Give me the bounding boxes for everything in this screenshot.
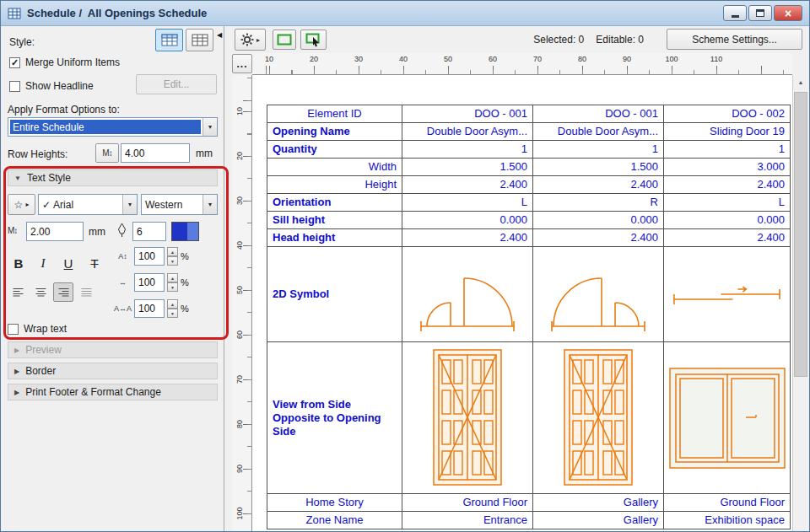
table-cell[interactable] bbox=[533, 342, 664, 494]
sidebar-collapse-handle[interactable]: ◀ bbox=[217, 31, 222, 39]
wrap-text-checkbox[interactable]: Wrap text bbox=[8, 323, 67, 335]
minimize-button[interactable] bbox=[723, 5, 747, 21]
pen-color-swatch[interactable] bbox=[171, 222, 199, 241]
table-cell[interactable]: 2.400 bbox=[402, 176, 533, 194]
font-family-select[interactable]: ✓ Arial ▾ bbox=[38, 194, 138, 215]
select-elements-button[interactable] bbox=[300, 30, 327, 50]
border-section-header[interactable]: ▶ Border bbox=[8, 363, 218, 379]
spin-down-icon: ▼ bbox=[167, 309, 178, 318]
bold-button[interactable]: B bbox=[8, 252, 30, 275]
table-cell[interactable]: Sliding Door 19 bbox=[664, 123, 791, 141]
align-justify-button[interactable] bbox=[76, 282, 96, 302]
title-bar[interactable]: Schedule / All Openings Schedule × bbox=[1, 1, 809, 26]
font-height-scale-spinner[interactable]: ▲▼ bbox=[167, 247, 178, 266]
table-cell[interactable]: Ground Floor bbox=[402, 494, 533, 512]
table-cell[interactable] bbox=[664, 342, 791, 494]
table-cell[interactable]: 2.400 bbox=[533, 229, 664, 247]
italic-button[interactable]: I bbox=[32, 252, 54, 275]
align-justify-icon bbox=[81, 287, 92, 297]
table-cell[interactable]: 0.000 bbox=[664, 212, 791, 229]
flyout-arrow-icon: ▸ bbox=[25, 201, 29, 208]
style-plain-button[interactable] bbox=[186, 29, 213, 51]
close-button[interactable]: × bbox=[774, 5, 802, 21]
print-footer-section-header[interactable]: ▶ Print Footer & Format Change bbox=[8, 384, 218, 400]
font-width-scale-input[interactable] bbox=[134, 273, 165, 292]
table-cell[interactable]: DOO - 001 bbox=[533, 105, 664, 123]
font-script-select[interactable]: Western ▾ bbox=[141, 194, 218, 215]
table-cell[interactable]: Ground Floor bbox=[664, 494, 791, 512]
table-cell[interactable]: 1 bbox=[664, 141, 791, 159]
pen-number-input[interactable] bbox=[132, 222, 166, 241]
row-label[interactable]: 2D Symbol bbox=[267, 247, 402, 342]
row-label[interactable]: Head height bbox=[267, 229, 402, 247]
apply-format-select[interactable]: Entire Schedule ▾ bbox=[8, 117, 218, 137]
scrollbar-thumb[interactable] bbox=[794, 92, 807, 377]
row-height-input[interactable] bbox=[121, 143, 190, 163]
ruler-options-button[interactable]: ... bbox=[232, 54, 252, 73]
vertical-scrollbar[interactable]: ▲ bbox=[792, 75, 808, 532]
table-cell[interactable]: 2.400 bbox=[664, 229, 791, 247]
table-cell[interactable]: 1 bbox=[402, 141, 533, 159]
selection-frame-button[interactable] bbox=[273, 30, 296, 50]
table-cell[interactable] bbox=[402, 342, 533, 494]
table-cell[interactable]: 1.500 bbox=[402, 159, 533, 176]
table-cell[interactable]: L bbox=[402, 194, 533, 212]
row-label[interactable]: Sill height bbox=[267, 212, 402, 229]
section-collapsed-icon: ▶ bbox=[14, 389, 19, 396]
scroll-up-button[interactable]: ▲ bbox=[793, 75, 808, 89]
char-spacing-spinner[interactable]: ▲▼ bbox=[167, 299, 178, 318]
table-cell[interactable]: 2.400 bbox=[533, 176, 664, 194]
show-headline-checkbox[interactable]: Show Headline bbox=[9, 80, 94, 92]
table-cell[interactable]: DOO - 002 bbox=[664, 105, 791, 123]
merge-uniform-items-checkbox[interactable]: ✓ Merge Uniform Items bbox=[9, 56, 120, 68]
row-label[interactable]: Opening Name bbox=[267, 123, 402, 141]
font-height-scale-input[interactable] bbox=[134, 247, 165, 266]
row-label[interactable]: Height bbox=[267, 176, 402, 194]
table-cell[interactable]: 2.400 bbox=[664, 176, 791, 194]
table-cell[interactable]: 0.000 bbox=[402, 212, 533, 229]
table-cell[interactable]: Double Door Asym... bbox=[533, 123, 664, 141]
align-left-button[interactable] bbox=[8, 282, 28, 302]
table-cell[interactable] bbox=[533, 247, 664, 342]
align-center-button[interactable] bbox=[30, 282, 51, 302]
table-cell[interactable]: 1 bbox=[533, 141, 664, 159]
table-cell[interactable]: R bbox=[533, 194, 664, 212]
table-cell[interactable]: Exhibition space bbox=[664, 512, 791, 529]
scheme-settings-button[interactable]: Scheme Settings... bbox=[667, 29, 802, 50]
row-label[interactable]: Zone Name bbox=[267, 512, 402, 529]
ruler-label: 90 bbox=[235, 461, 244, 476]
row-label[interactable]: Orientation bbox=[267, 194, 402, 212]
selection-status: Selected: 0 Editable: 0 bbox=[462, 34, 644, 46]
table-cell[interactable] bbox=[402, 247, 533, 342]
underline-button[interactable]: U bbox=[57, 252, 80, 275]
table-cell[interactable]: L bbox=[664, 194, 791, 212]
row-label[interactable]: Element ID bbox=[267, 105, 402, 123]
table-cell[interactable]: 3.000 bbox=[664, 159, 791, 176]
scheme-options-button[interactable]: ▸ bbox=[235, 29, 266, 51]
favorite-text-style-button[interactable]: ☆ ▸ bbox=[8, 194, 35, 215]
char-spacing-scale-row: A↔A ▲▼ % bbox=[114, 299, 189, 318]
style-formatted-button[interactable] bbox=[155, 29, 183, 51]
row-height-mode-button[interactable]: M↕ bbox=[95, 143, 119, 163]
table-cell[interactable]: Gallery bbox=[533, 494, 664, 512]
char-spacing-input[interactable] bbox=[134, 299, 165, 318]
row-label[interactable]: Quantity bbox=[267, 141, 402, 159]
row-label[interactable]: Width bbox=[267, 159, 402, 176]
table-cell[interactable]: Entrance bbox=[402, 512, 533, 529]
font-size-input[interactable] bbox=[26, 222, 84, 241]
schedule-table: Element ID DOO - 001 DOO - 001 DOO - 002… bbox=[267, 105, 791, 529]
row-label[interactable]: View from Side Opposite to Opening Side bbox=[267, 342, 402, 494]
table-cell[interactable]: Gallery bbox=[533, 512, 664, 529]
table-cell[interactable]: 2.400 bbox=[402, 229, 533, 247]
table-cell[interactable]: 1.500 bbox=[533, 159, 664, 176]
text-style-section-header[interactable]: ▼ Text Style bbox=[8, 169, 218, 186]
align-right-button[interactable] bbox=[53, 282, 73, 302]
table-cell[interactable]: 0.000 bbox=[533, 212, 664, 229]
strikethrough-button[interactable]: T bbox=[84, 252, 105, 275]
table-cell[interactable] bbox=[664, 247, 791, 342]
font-width-scale-spinner[interactable]: ▲▼ bbox=[167, 273, 178, 292]
row-label[interactable]: Home Story bbox=[267, 494, 402, 512]
table-cell[interactable]: DOO - 001 bbox=[402, 105, 533, 123]
maximize-button[interactable] bbox=[748, 5, 772, 21]
table-cell[interactable]: Double Door Asym... bbox=[402, 123, 533, 141]
